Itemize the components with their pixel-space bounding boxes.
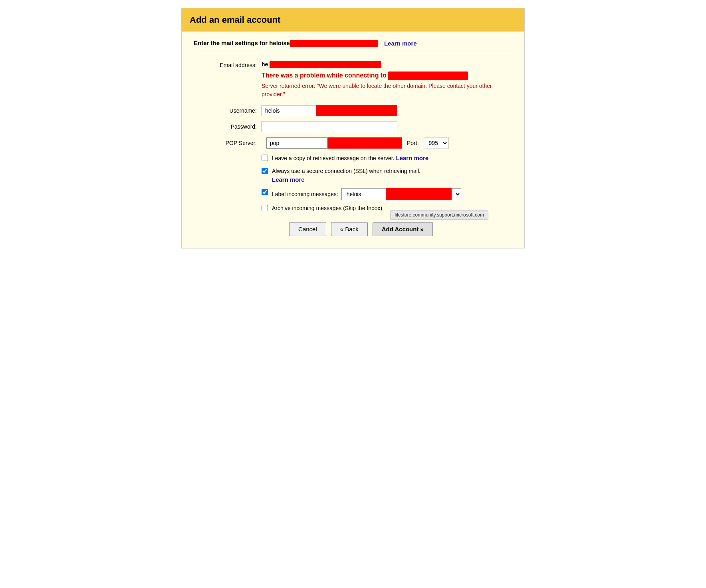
tooltip-bar: filestore.community.support.microsoft.co… [390,210,488,220]
checkbox-ssl-row: Always use a secure connection (SSL) whe… [262,167,512,185]
pop-server-label: POP Server: [210,140,262,146]
password-label: Password: [210,123,262,130]
password-row: Password: [210,121,512,132]
error-block: There was a problem while connecting to … [262,72,512,99]
leave-copy-checkbox[interactable] [262,155,268,161]
port-select[interactable]: 995 110 [424,137,448,149]
username-input-wrap [262,105,397,116]
subtitle-row: Enter the mail settings for heloise Lear… [194,40,512,53]
archive-messages-label[interactable]: Archive incoming messages (Skip the Inbo… [272,204,382,213]
use-ssl-label[interactable]: Always use a secure connection (SSL) whe… [272,167,420,185]
subtitle-text: Enter the mail settings for heloise [194,40,378,47]
label-messages-checkbox[interactable] [262,189,268,195]
email-address-row: Email address: he [210,61,512,68]
error-title-redacted [388,72,468,80]
form-section: Email address: he There was a problem wh… [194,61,512,236]
button-row: filestore.community.support.microsoft.co… [210,222,512,236]
dialog-body: Enter the mail settings for heloise Lear… [182,32,524,248]
checkbox-leave-copy-row: Leave a copy of retrieved message on the… [262,154,512,163]
label-select[interactable]: helois [341,188,461,200]
label-select-wrap: helois [341,188,461,200]
port-label: Port: [407,140,419,146]
email-address-value: he [262,61,381,68]
pop-server-row: POP Server: Port: 995 110 [210,137,512,149]
dialog-header: Add an email account [182,8,524,32]
username-label: Username: [210,107,262,114]
checkbox-label-messages-row: Label incoming messages: helois [262,188,512,200]
back-button[interactable]: « Back [331,222,368,236]
dialog-title: Add an email account [190,15,280,25]
password-input[interactable] [262,121,397,132]
use-ssl-checkbox[interactable] [262,168,268,174]
checkboxes-section: Leave a copy of retrieved message on the… [262,154,512,213]
label-messages-label[interactable]: Label incoming messages: helois [272,188,461,200]
leave-copy-label[interactable]: Leave a copy of retrieved message on the… [272,154,428,163]
error-detail: Server returned error: "We were unable t… [262,82,512,99]
leave-copy-learn-more-link[interactable]: Learn more [396,155,429,161]
email-redacted [270,61,381,68]
learn-more-header-link[interactable]: Learn more [384,40,417,47]
username-redact-overlay [316,105,397,116]
subtitle-redacted [290,40,378,47]
pop-server-input-wrap [266,137,402,149]
error-title: There was a problem while connecting to [262,72,512,80]
email-address-label: Email address: [210,61,262,68]
pop-server-redact [327,137,402,149]
cancel-button[interactable]: Cancel [289,222,326,236]
add-account-button[interactable]: Add Account » [373,222,433,236]
ssl-learn-more-link[interactable]: Learn more [272,176,305,183]
username-row: Username: [210,105,512,116]
archive-messages-checkbox[interactable] [262,205,268,211]
add-email-account-dialog: Add an email account Enter the mail sett… [181,8,525,248]
